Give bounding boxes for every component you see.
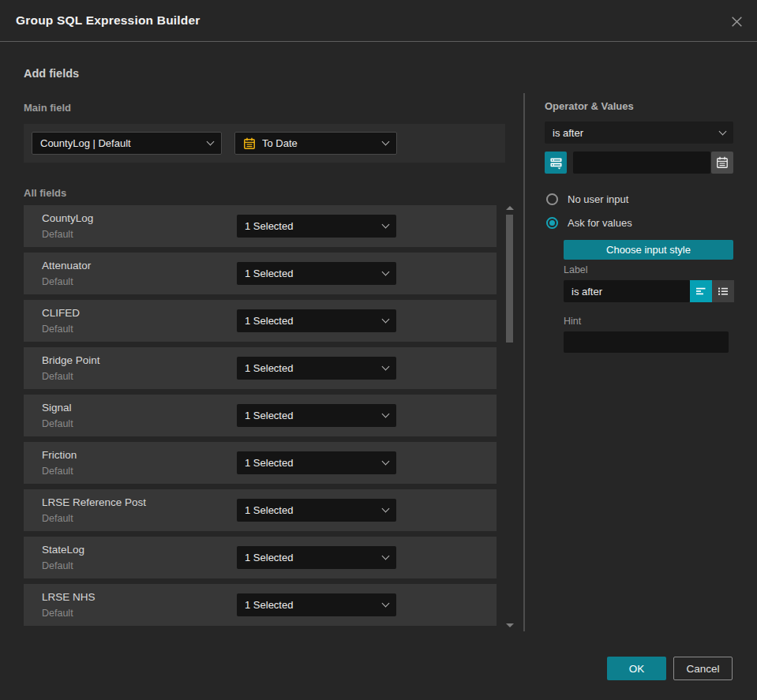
list-icon[interactable] [712, 280, 734, 302]
field-subtitle: Default [42, 276, 73, 287]
field-subtitle: Default [42, 418, 73, 429]
value-entry-row [545, 152, 733, 174]
chevron-down-icon [382, 268, 390, 276]
field-values-select[interactable]: 1 Selected [237, 499, 396, 522]
scrollbar-thumb[interactable] [506, 215, 513, 343]
scroll-up-arrow-icon[interactable] [506, 206, 514, 210]
ok-button[interactable]: OK [607, 657, 666, 680]
hint-input[interactable] [564, 331, 729, 353]
field-subtitle: Default [42, 608, 73, 619]
radio-no-user-input[interactable]: No user input [546, 193, 628, 205]
cancel-button[interactable]: Cancel [673, 657, 733, 680]
stacked-values-icon[interactable] [545, 152, 567, 174]
field-values-select[interactable]: 1 Selected [237, 546, 396, 569]
field-values-select[interactable]: 1 Selected [237, 357, 396, 380]
field-values-select[interactable]: 1 Selected [237, 309, 396, 332]
field-row: Friction Default 1 Selected [24, 442, 497, 484]
scroll-down-arrow-icon[interactable] [506, 623, 514, 627]
value-input[interactable] [573, 152, 710, 174]
calendar-icon[interactable] [711, 152, 733, 174]
operator-select-value: is after [553, 127, 720, 139]
selected-count: 1 Selected [245, 552, 383, 563]
hint-field-label: Hint [564, 316, 581, 327]
chevron-down-icon [382, 505, 390, 513]
main-field-select-value: CountyLog | Default [40, 137, 208, 149]
field-row: CountyLog Default 1 Selected [24, 205, 497, 247]
field-name: StateLog [42, 544, 84, 556]
date-type-select-value: To Date [262, 137, 377, 149]
selected-count: 1 Selected [245, 362, 383, 374]
field-name: Bridge Point [42, 354, 100, 366]
field-name: LRSE Reference Post [42, 496, 146, 508]
field-row: LRSE NHS Default 1 Selected [24, 584, 497, 626]
add-fields-heading: Add fields [24, 67, 79, 80]
selected-count: 1 Selected [245, 410, 383, 421]
field-subtitle: Default [42, 324, 73, 335]
field-row: Signal Default 1 Selected [24, 395, 497, 436]
operator-values-heading: Operator & Values [545, 100, 634, 112]
field-name: CLIFED [42, 307, 80, 319]
radio-circle-checked-icon [546, 217, 558, 229]
chevron-down-icon [382, 410, 390, 418]
chevron-down-icon [207, 138, 215, 146]
calendar-icon [243, 137, 256, 150]
main-field-label: Main field [24, 102, 71, 114]
align-left-icon[interactable] [690, 280, 712, 302]
field-name: Signal [42, 402, 72, 414]
chevron-down-icon [382, 600, 390, 608]
date-type-select[interactable]: To Date [234, 132, 397, 155]
field-subtitle: Default [42, 513, 73, 524]
selected-count: 1 Selected [245, 599, 383, 611]
all-fields-list: CountyLog Default 1 Selected Attenuator … [24, 205, 497, 626]
field-values-select[interactable]: 1 Selected [237, 451, 396, 474]
main-field-select[interactable]: CountyLog | Default [32, 132, 222, 155]
choose-input-style-button[interactable]: Choose input style [564, 240, 733, 260]
label-input[interactable] [564, 280, 690, 302]
field-values-select[interactable]: 1 Selected [237, 593, 396, 616]
field-name: Attenuator [42, 260, 91, 271]
field-subtitle: Default [42, 560, 73, 571]
field-row: Bridge Point Default 1 Selected [24, 347, 497, 389]
field-subtitle: Default [42, 371, 73, 382]
field-name: Friction [42, 449, 77, 461]
chevron-down-icon [382, 316, 390, 324]
main-field-box: CountyLog | Default To Date [24, 124, 505, 163]
selected-count: 1 Selected [245, 220, 383, 232]
chevron-down-icon [382, 552, 390, 560]
field-values-select[interactable]: 1 Selected [237, 215, 396, 238]
field-name: LRSE NHS [42, 591, 96, 603]
field-values-select[interactable]: 1 Selected [237, 404, 396, 427]
all-fields-label: All fields [24, 187, 66, 199]
selected-count: 1 Selected [245, 457, 383, 469]
field-subtitle: Default [42, 229, 73, 240]
chevron-down-icon [382, 138, 390, 146]
field-subtitle: Default [42, 466, 73, 477]
selected-count: 1 Selected [245, 315, 383, 327]
panel-divider [523, 93, 525, 631]
radio-ask-for-values-label: Ask for values [568, 217, 632, 229]
chevron-down-icon [382, 363, 390, 371]
dialog-header: Group SQL Expression Builder [0, 0, 757, 42]
group-sql-expression-builder-dialog: Group SQL Expression Builder Add fields … [0, 0, 757, 700]
dialog-title: Group SQL Expression Builder [16, 0, 200, 41]
field-values-select[interactable]: 1 Selected [237, 262, 396, 285]
field-row: StateLog Default 1 Selected [24, 537, 497, 578]
field-row: CLIFED Default 1 Selected [24, 300, 497, 342]
operator-select[interactable]: is after [545, 122, 733, 144]
radio-ask-for-values[interactable]: Ask for values [546, 217, 632, 229]
label-field-label: Label [564, 264, 588, 275]
chevron-down-icon [382, 221, 390, 229]
chevron-down-icon [382, 458, 390, 466]
field-row: LRSE Reference Post Default 1 Selected [24, 489, 497, 531]
field-name: CountyLog [42, 212, 93, 224]
radio-no-user-input-label: No user input [568, 193, 628, 205]
selected-count: 1 Selected [245, 268, 383, 279]
radio-circle-icon [546, 193, 558, 205]
chevron-down-icon [719, 127, 727, 135]
close-icon[interactable] [727, 12, 746, 31]
field-row: Attenuator Default 1 Selected [24, 253, 497, 294]
selected-count: 1 Selected [245, 504, 383, 516]
